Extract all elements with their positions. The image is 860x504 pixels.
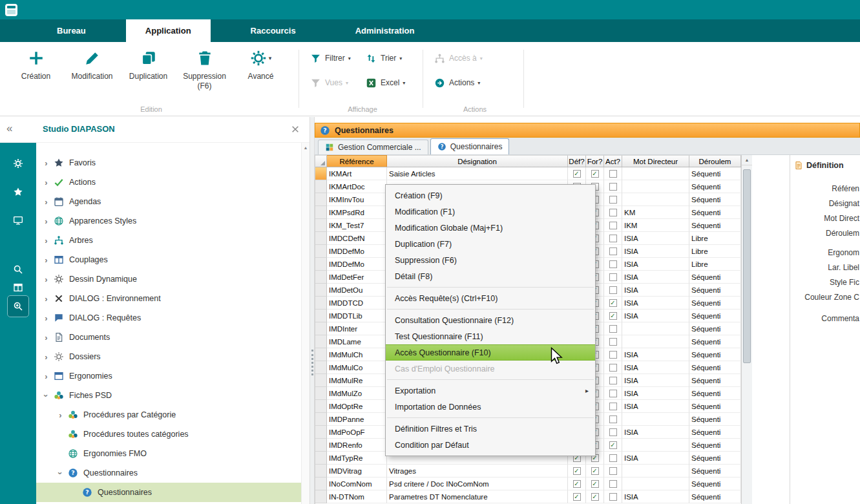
- scroll-up-icon[interactable]: ▲: [742, 155, 752, 165]
- menu-item-test-questionnaire-f11[interactable]: Test Questionnaire (F11): [386, 328, 595, 344]
- act-checkbox[interactable]: [609, 247, 617, 255]
- row-selector[interactable]: [315, 310, 327, 322]
- filtrer-button[interactable]: Filtrer▾: [310, 53, 366, 64]
- rail-gear-icon[interactable]: [7, 154, 29, 173]
- chevron-right-icon[interactable]: ›: [56, 410, 65, 420]
- row-selector[interactable]: [315, 245, 327, 258]
- menu-item-duplication-f7[interactable]: Duplication (F7): [386, 236, 595, 252]
- chevron-right-icon[interactable]: ›: [41, 236, 51, 246]
- row-selector[interactable]: [315, 258, 327, 271]
- tree-item-fiches-psd[interactable]: ›Fiches PSD: [36, 386, 301, 405]
- act-checkbox[interactable]: [609, 312, 617, 320]
- menu-item-condition-par-d-faut[interactable]: Condition par Défaut: [386, 437, 595, 453]
- chevron-right-icon[interactable]: ›: [41, 158, 51, 168]
- chevron-right-icon[interactable]: ›: [41, 275, 51, 284]
- rail-star-icon[interactable]: [7, 183, 29, 201]
- menu-item-importation-de-donn-es[interactable]: Importation de Données: [386, 399, 595, 415]
- act-checkbox[interactable]: [609, 235, 617, 242]
- row-selector[interactable]: [315, 361, 327, 374]
- act-checkbox[interactable]: [609, 493, 617, 501]
- table-row[interactable]: IN-DTNomParametres DT NomenclatureISIASé…: [315, 490, 741, 503]
- chevron-down-icon[interactable]: ›: [41, 391, 51, 401]
- trier-button[interactable]: Trier▾: [366, 53, 421, 64]
- chevron-right-icon[interactable]: ›: [41, 178, 51, 187]
- cr-ation-button[interactable]: Création: [8, 49, 64, 91]
- row-selector[interactable]: [315, 232, 327, 245]
- act-checkbox[interactable]: [609, 196, 617, 204]
- act-checkbox[interactable]: [609, 338, 617, 346]
- chevron-right-icon[interactable]: ›: [41, 294, 51, 304]
- menu-item-modification-globale-maj-f1[interactable]: Modification Globale (Maj+F1): [386, 220, 595, 236]
- excel-button[interactable]: Excel▾: [366, 78, 421, 89]
- act-checkbox[interactable]: [609, 377, 617, 384]
- row-selector[interactable]: [315, 439, 327, 452]
- act-checkbox[interactable]: [609, 480, 617, 488]
- tree-item-couplages[interactable]: ›Couplages: [36, 250, 301, 269]
- row-selector[interactable]: [315, 193, 327, 206]
- tree-item-documents[interactable]: ›Documents: [36, 328, 301, 347]
- suppression-f6-button[interactable]: Suppression (F6): [176, 49, 233, 91]
- tree-item-questionnaires[interactable]: ›?Questionnaires: [36, 463, 301, 483]
- menu-item-d-finition-filtres-et-tris[interactable]: Définition Filtres et Tris: [386, 421, 595, 437]
- menu-tab-bureau[interactable]: Bureau: [37, 19, 105, 42]
- act-checkbox[interactable]: [609, 222, 617, 229]
- tree-item-actions[interactable]: ›Actions: [36, 173, 301, 192]
- tree-item-questionnaires[interactable]: ?Questionnaires: [36, 483, 301, 502]
- tree-item-proc-dures-toutes-cat-gories[interactable]: Procédures toutes catégories: [36, 425, 301, 444]
- column-header-r-f-rence[interactable]: Référence: [327, 155, 387, 167]
- chevron-right-icon[interactable]: ›: [41, 372, 51, 381]
- act-checkbox[interactable]: [609, 170, 617, 178]
- act-checkbox[interactable]: [609, 364, 617, 372]
- column-header-d-roulem[interactable]: Déroulem: [689, 155, 741, 167]
- chevron-right-icon[interactable]: ›: [41, 313, 51, 323]
- menu-item-acc-s-questionnaire-f10[interactable]: Accès Questionnaire (F10): [386, 344, 595, 361]
- for-checkbox[interactable]: [591, 170, 599, 178]
- def-checkbox[interactable]: [573, 493, 581, 501]
- tree-item-agendas[interactable]: ›Agendas: [36, 192, 301, 211]
- rail-search-plus-icon[interactable]: [7, 295, 29, 317]
- tree-item-arbres[interactable]: ›Arbres: [36, 231, 301, 250]
- rail-search-icon[interactable]: [7, 260, 29, 278]
- modification-button[interactable]: Modification: [64, 49, 120, 91]
- act-checkbox[interactable]: [609, 286, 617, 294]
- select-all-corner[interactable]: [315, 155, 327, 167]
- tree-item-proc-dures-par-cat-gorie[interactable]: ›Procédures par Catégorie: [36, 405, 301, 425]
- def-checkbox[interactable]: [573, 170, 581, 178]
- doc-tab-questionnaires[interactable]: ?Questionnaires: [430, 138, 510, 154]
- menu-item-modification-f1[interactable]: Modification (F1): [386, 204, 595, 220]
- chevron-right-icon[interactable]: ›: [41, 216, 51, 226]
- rail-monitor-icon[interactable]: [7, 211, 29, 229]
- tree-item-dialog-requ-tes[interactable]: ›DIALOG : Requêtes: [36, 308, 301, 328]
- tree-item-dossiers[interactable]: ›Dossiers: [36, 347, 301, 366]
- menu-tab-raccourcis[interactable]: Raccourcis: [231, 19, 315, 42]
- row-selector[interactable]: [315, 413, 327, 426]
- column-header-for[interactable]: For?: [586, 155, 604, 167]
- row-selector[interactable]: [315, 478, 327, 490]
- chevron-right-icon[interactable]: ›: [41, 255, 51, 265]
- column-header-d-signation[interactable]: Désignation: [387, 155, 568, 167]
- row-selector[interactable]: [315, 284, 327, 297]
- row-selector[interactable]: [315, 322, 327, 335]
- for-checkbox[interactable]: [591, 493, 599, 501]
- row-selector[interactable]: [315, 297, 327, 310]
- act-checkbox[interactable]: [609, 467, 617, 475]
- row-selector[interactable]: [315, 348, 327, 361]
- row-selector[interactable]: [315, 465, 327, 478]
- actions-button[interactable]: Actions▾: [434, 78, 490, 89]
- menu-item-acc-s-requ-te-s-ctrl-f10[interactable]: Accès Requête(s) (Ctrl+F10): [386, 290, 595, 306]
- row-selector[interactable]: [315, 426, 327, 439]
- act-checkbox[interactable]: [609, 415, 617, 423]
- act-checkbox[interactable]: [609, 209, 617, 216]
- menu-item-consultation-questionnaire-f12[interactable]: Consultation Questionnaire (F12): [386, 312, 595, 328]
- row-selector[interactable]: [315, 206, 327, 219]
- tree-item-ergonomies-fmo[interactable]: Ergonomies FMO: [36, 444, 301, 463]
- tree-item-apparences-styles[interactable]: ›Apparences Styles: [36, 211, 301, 231]
- column-header-mot-directeur[interactable]: Mot Directeur: [622, 155, 689, 167]
- scrollbar-thumb[interactable]: [743, 169, 751, 363]
- act-checkbox[interactable]: [609, 273, 617, 281]
- row-selector[interactable]: [315, 387, 327, 400]
- act-checkbox[interactable]: [609, 441, 617, 449]
- avanc-button[interactable]: ▾Avancé: [233, 49, 289, 91]
- row-selector[interactable]: [315, 167, 327, 180]
- act-checkbox[interactable]: [609, 454, 617, 462]
